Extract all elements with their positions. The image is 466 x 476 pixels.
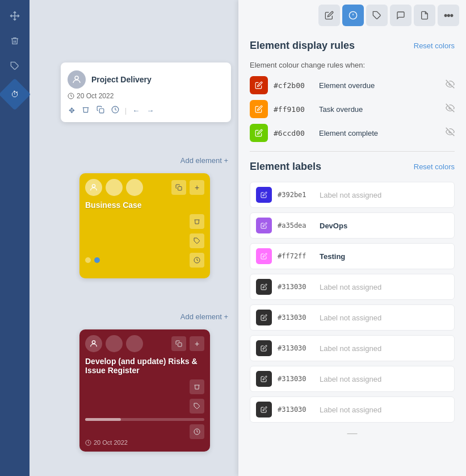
label-color-icon-7 <box>256 402 272 417</box>
risks-trash-btn[interactable] <box>190 379 204 394</box>
card-add-btn[interactable]: + <box>190 180 204 195</box>
sidebar-move-icon[interactable] <box>5 6 25 26</box>
risks-card-title: Develop (and update) Risks & Issue Regis… <box>85 357 204 375</box>
rule-element-overdue: #cf2b00 Element overdue <box>250 76 455 94</box>
add-element-row-2[interactable]: Add element + <box>61 312 231 321</box>
risks-add-btn[interactable]: + <box>190 336 204 351</box>
svg-point-9 <box>92 341 95 344</box>
risks-card: + Develop (and update) Risks & Issue Reg… <box>79 329 210 452</box>
rule-complete-label: Element complete <box>319 129 440 137</box>
display-rules-header: Element display rules Reset colors <box>250 40 455 52</box>
rule-task-overdue-visibility-btn[interactable] <box>446 103 455 115</box>
rule-element-complete: #6ccd00 Element complete <box>250 124 455 142</box>
sidebar-trash-icon[interactable] <box>5 31 25 51</box>
card-avatar-1 <box>85 179 102 196</box>
project-arrow-right-btn[interactable]: → <box>145 105 155 116</box>
element-labels-reset-link[interactable]: Reset colors <box>414 162 455 171</box>
business-case-card: + Business Case <box>79 173 210 278</box>
project-move-btn[interactable]: ✥ <box>68 105 76 116</box>
label-hex-1: #a35dea <box>278 222 314 229</box>
label-hex-5: #313030 <box>278 344 314 352</box>
add-element-row-1[interactable]: Add element + <box>61 156 231 165</box>
left-sidebar: ⏱ <box>0 0 30 476</box>
label-text-6: Label not assigned <box>320 375 448 383</box>
risks-tag-btn[interactable] <box>190 399 204 414</box>
label-row-5: #313030 Label not assigned <box>250 335 455 361</box>
display-rules-title: Element display rules <box>250 40 355 52</box>
canvas-area: Project Delivery 20 Oct 2022 ✥ <box>30 0 268 476</box>
risks-clock-btn[interactable] <box>190 424 204 439</box>
label-color-icon-3 <box>256 279 272 295</box>
element-labels-title: Element labels <box>250 161 321 173</box>
panel-tag-btn[interactable] <box>366 5 388 26</box>
label-color-icon-1 <box>256 218 272 233</box>
label-text-4: Label not assigned <box>320 314 448 322</box>
project-trash-btn[interactable] <box>81 105 91 116</box>
svg-rect-6 <box>178 187 182 191</box>
risks-action-row <box>85 379 204 394</box>
card-trash-btn[interactable] <box>190 214 204 229</box>
label-color-icon-6 <box>256 371 272 387</box>
rule-complete-color-icon <box>250 124 268 142</box>
business-case-title: Business Case <box>85 201 204 210</box>
panel-comment-btn[interactable] <box>390 5 412 26</box>
label-row-2: #ff72ff Testing <box>250 243 455 269</box>
label-text-7: Label not assigned <box>320 406 448 414</box>
label-text-3: Label not assigned <box>320 283 448 291</box>
rule-task-overdue-hex: #ff9100 <box>274 105 313 114</box>
label-hex-7: #313030 <box>278 406 314 414</box>
label-row-7: #313030 Label not assigned <box>250 396 455 423</box>
card-action-row <box>85 214 204 229</box>
label-color-icon-2 <box>256 248 272 264</box>
label-text-2: Testing <box>320 252 448 261</box>
card-clock-btn[interactable] <box>190 253 204 268</box>
label-hex-6: #313030 <box>278 375 314 383</box>
risks-date-row: 20 Oct 2022 <box>85 439 204 446</box>
risks-avatar-2 <box>106 335 123 352</box>
project-avatar <box>68 70 86 89</box>
risks-avatar-3 <box>126 335 143 352</box>
risks-copy-btn[interactable] <box>171 336 186 351</box>
card-progress-row <box>85 253 204 268</box>
rule-overdue-visibility-btn[interactable] <box>446 80 455 91</box>
svg-rect-3 <box>99 108 104 113</box>
label-row-4: #313030 Label not assigned <box>250 304 455 331</box>
panel-info-btn[interactable] <box>342 5 364 26</box>
project-date: 20 Oct 2022 <box>68 92 224 100</box>
label-row-6: #313030 Label not assigned <box>250 366 455 392</box>
sidebar-tag-icon[interactable] <box>5 56 25 76</box>
section-divider <box>250 151 455 152</box>
label-row-3: #313030 Label not assigned <box>250 274 455 300</box>
panel-document-btn[interactable] <box>414 5 435 26</box>
panel-pencil-btn[interactable] <box>318 5 340 26</box>
label-hex-4: #313030 <box>278 314 314 321</box>
svg-point-5 <box>92 185 95 187</box>
rules-description: Element colour change rules when: <box>250 61 455 69</box>
card-tag-btn[interactable] <box>190 233 204 248</box>
label-row-1: #a35dea DevOps <box>250 212 455 239</box>
label-hex-2: #ff72ff <box>278 252 314 260</box>
rule-complete-visibility-btn[interactable] <box>446 127 455 139</box>
rule-overdue-hex: #cf2b00 <box>274 81 313 90</box>
card-avatar-3 <box>126 179 143 196</box>
rule-overdue-color-icon <box>250 76 268 94</box>
card-copy-btn[interactable] <box>171 180 186 195</box>
project-copy-btn[interactable] <box>95 105 106 116</box>
label-row-0: #392be1 Label not assigned <box>250 182 455 208</box>
scroll-indicator: — <box>250 427 455 439</box>
project-clock-btn[interactable] <box>110 105 120 116</box>
progress-dot-1 <box>85 257 91 263</box>
rule-overdue-label: Element overdue <box>319 81 440 90</box>
risks-card-avatars: + <box>85 335 204 352</box>
label-hex-0: #392be1 <box>278 191 314 199</box>
right-panel: ••• Element display rules Reset colors E… <box>238 0 466 476</box>
toolbar-separator: | <box>125 107 127 115</box>
label-hex-3: #313030 <box>278 283 314 291</box>
rule-task-overdue: #ff9100 Task overdue <box>250 100 455 118</box>
rule-task-overdue-color-icon <box>250 100 268 118</box>
display-rules-reset-link[interactable]: Reset colors <box>414 41 455 50</box>
project-arrow-left-btn[interactable]: ← <box>131 105 141 116</box>
sidebar-clock-diamond-icon[interactable]: ⏱ <box>0 78 31 111</box>
rule-task-overdue-label: Task overdue <box>319 105 440 114</box>
panel-more-btn[interactable]: ••• <box>438 5 459 26</box>
